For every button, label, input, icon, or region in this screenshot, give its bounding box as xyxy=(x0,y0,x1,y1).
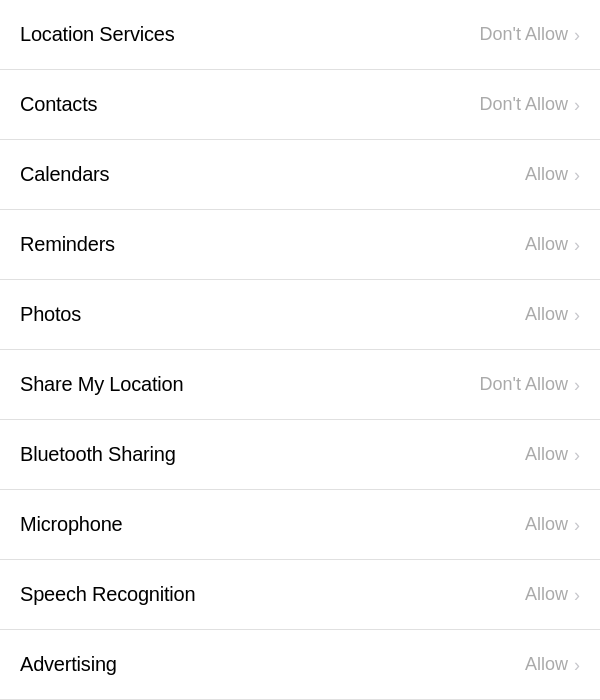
label-calendars: Calendars xyxy=(20,163,109,186)
settings-row-location-services[interactable]: Location ServicesDon't Allow› xyxy=(0,0,600,70)
row-right-location-services: Don't Allow› xyxy=(480,24,580,45)
settings-list: Location ServicesDon't Allow›ContactsDon… xyxy=(0,0,600,700)
value-reminders: Allow xyxy=(525,234,568,255)
value-speech-recognition: Allow xyxy=(525,584,568,605)
value-contacts: Don't Allow xyxy=(480,94,568,115)
row-right-microphone: Allow› xyxy=(525,514,580,535)
settings-row-photos[interactable]: PhotosAllow› xyxy=(0,280,600,350)
value-bluetooth-sharing: Allow xyxy=(525,444,568,465)
settings-row-contacts[interactable]: ContactsDon't Allow› xyxy=(0,70,600,140)
value-photos: Allow xyxy=(525,304,568,325)
chevron-icon-calendars: › xyxy=(574,166,580,184)
chevron-icon-microphone: › xyxy=(574,516,580,534)
chevron-icon-photos: › xyxy=(574,306,580,324)
chevron-icon-speech-recognition: › xyxy=(574,586,580,604)
chevron-icon-reminders: › xyxy=(574,236,580,254)
chevron-icon-advertising: › xyxy=(574,656,580,674)
settings-row-bluetooth-sharing[interactable]: Bluetooth SharingAllow› xyxy=(0,420,600,490)
row-right-calendars: Allow› xyxy=(525,164,580,185)
label-reminders: Reminders xyxy=(20,233,115,256)
settings-row-microphone[interactable]: MicrophoneAllow› xyxy=(0,490,600,560)
settings-row-speech-recognition[interactable]: Speech RecognitionAllow› xyxy=(0,560,600,630)
row-right-speech-recognition: Allow› xyxy=(525,584,580,605)
value-share-my-location: Don't Allow xyxy=(480,374,568,395)
row-right-bluetooth-sharing: Allow› xyxy=(525,444,580,465)
value-microphone: Allow xyxy=(525,514,568,535)
label-advertising: Advertising xyxy=(20,653,117,676)
label-contacts: Contacts xyxy=(20,93,97,116)
label-bluetooth-sharing: Bluetooth Sharing xyxy=(20,443,176,466)
value-advertising: Allow xyxy=(525,654,568,675)
row-right-share-my-location: Don't Allow› xyxy=(480,374,580,395)
row-right-contacts: Don't Allow› xyxy=(480,94,580,115)
label-location-services: Location Services xyxy=(20,23,174,46)
settings-row-share-my-location[interactable]: Share My LocationDon't Allow› xyxy=(0,350,600,420)
label-share-my-location: Share My Location xyxy=(20,373,183,396)
settings-row-calendars[interactable]: CalendarsAllow› xyxy=(0,140,600,210)
chevron-icon-share-my-location: › xyxy=(574,376,580,394)
label-microphone: Microphone xyxy=(20,513,123,536)
label-photos: Photos xyxy=(20,303,81,326)
settings-row-advertising[interactable]: AdvertisingAllow› xyxy=(0,630,600,700)
row-right-reminders: Allow› xyxy=(525,234,580,255)
row-right-advertising: Allow› xyxy=(525,654,580,675)
settings-row-reminders[interactable]: RemindersAllow› xyxy=(0,210,600,280)
chevron-icon-contacts: › xyxy=(574,96,580,114)
chevron-icon-location-services: › xyxy=(574,26,580,44)
row-right-photos: Allow› xyxy=(525,304,580,325)
label-speech-recognition: Speech Recognition xyxy=(20,583,195,606)
value-location-services: Don't Allow xyxy=(480,24,568,45)
chevron-icon-bluetooth-sharing: › xyxy=(574,446,580,464)
value-calendars: Allow xyxy=(525,164,568,185)
